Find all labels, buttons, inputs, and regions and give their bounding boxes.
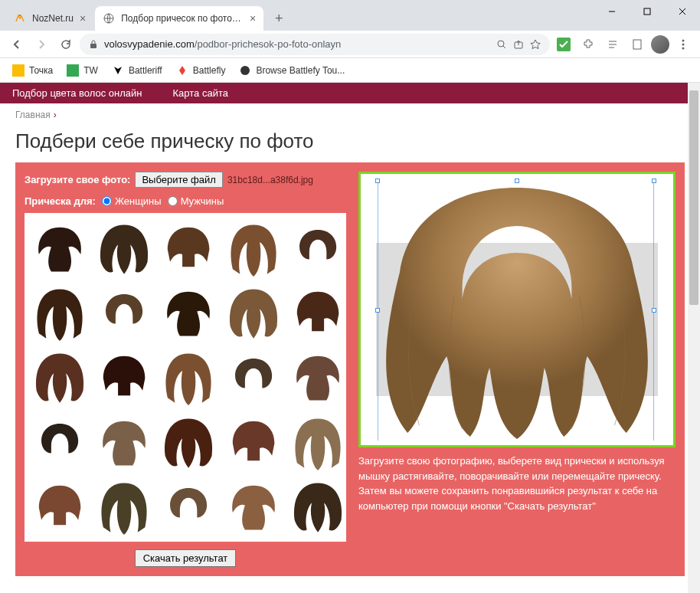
page-content: Подбор цвета волос онлайн Карта сайта Гл… bbox=[0, 83, 700, 593]
svg-rect-3 bbox=[644, 8, 650, 15]
svg-rect-14 bbox=[633, 40, 641, 49]
lock-icon bbox=[89, 40, 98, 49]
tab-title: Подбор причесок по фото онла bbox=[121, 13, 244, 24]
hairstyle-option[interactable] bbox=[287, 282, 346, 343]
bookmark-tochka[interactable]: Точка bbox=[6, 61, 59, 80]
hairstyle-option[interactable] bbox=[29, 476, 90, 537]
preview-canvas[interactable] bbox=[358, 172, 675, 447]
bookmark-battlefy[interactable]: Browse Battlefy Tou... bbox=[233, 61, 351, 80]
url-text: volosvypadenie.com/podbor-prichesok-po-f… bbox=[104, 38, 490, 50]
svg-rect-19 bbox=[67, 64, 79, 77]
back-button[interactable] bbox=[6, 34, 28, 55]
bookmark-battlefly[interactable]: Battlefly bbox=[170, 61, 232, 80]
svg-point-15 bbox=[682, 39, 685, 41]
url-input[interactable]: volosvypadenie.com/podbor-prichesok-po-f… bbox=[80, 34, 550, 55]
hairstyle-option[interactable] bbox=[287, 476, 346, 537]
profile-avatar[interactable] bbox=[651, 35, 669, 54]
hairstyle-option[interactable] bbox=[158, 346, 219, 408]
hairstyle-option[interactable] bbox=[29, 346, 90, 408]
file-select-button[interactable]: Выберите файл bbox=[135, 172, 222, 188]
hairstyle-option[interactable] bbox=[287, 346, 346, 408]
noznet-favicon bbox=[14, 12, 26, 25]
svg-point-16 bbox=[682, 43, 685, 45]
globe-icon bbox=[103, 12, 115, 25]
hairstyle-option[interactable] bbox=[93, 411, 155, 473]
forward-button[interactable] bbox=[31, 34, 52, 55]
hairstyle-option[interactable] bbox=[158, 282, 219, 343]
gender-male-radio[interactable] bbox=[168, 196, 178, 206]
hairstyle-option[interactable] bbox=[287, 218, 346, 279]
browser-toolbar: volosvypadenie.com/podbor-prichesok-po-f… bbox=[0, 31, 700, 58]
svg-rect-18 bbox=[12, 64, 25, 77]
hairstyle-option[interactable] bbox=[287, 411, 346, 473]
ext-list-icon[interactable] bbox=[604, 35, 622, 54]
instructions-text: Загрузите свою фотографию, выберете вид … bbox=[358, 454, 675, 513]
resize-handle[interactable] bbox=[515, 179, 519, 183]
right-column: Загрузите свою фотографию, выберете вид … bbox=[358, 172, 675, 567]
upload-label: Загрузите свое фото: bbox=[25, 174, 130, 185]
hairstyle-option[interactable] bbox=[223, 282, 284, 343]
hairstyle-option[interactable] bbox=[29, 282, 90, 343]
bookmark-tw[interactable]: TW bbox=[61, 61, 104, 80]
breadcrumb-home[interactable]: Главная bbox=[15, 110, 51, 120]
tab-close-icon[interactable]: × bbox=[250, 12, 256, 25]
hairstyle-option[interactable] bbox=[223, 346, 284, 408]
menu-button[interactable] bbox=[672, 34, 694, 55]
page-scrollbar[interactable] bbox=[688, 83, 700, 593]
tab-active[interactable]: Подбор причесок по фото онла × bbox=[95, 6, 263, 31]
bookmark-icon[interactable] bbox=[530, 39, 541, 50]
reload-button[interactable] bbox=[55, 34, 77, 55]
browser-titlebar: NozNet.ru × Подбор причесок по фото онла… bbox=[0, 0, 700, 31]
extensions-icon[interactable] bbox=[579, 35, 597, 54]
gender-female-radio[interactable] bbox=[102, 196, 112, 206]
svg-point-20 bbox=[240, 66, 250, 75]
hairstyle-option[interactable] bbox=[29, 411, 90, 473]
hairstyle-option[interactable] bbox=[93, 282, 155, 343]
ext-note-icon[interactable] bbox=[628, 35, 646, 54]
hairstyle-option[interactable] bbox=[93, 218, 155, 279]
bookmark-battleriff[interactable]: Battleriff bbox=[106, 61, 168, 80]
hairstyle-option[interactable] bbox=[93, 346, 155, 408]
tab-noznet[interactable]: NozNet.ru × bbox=[6, 6, 93, 31]
hairstyle-grid[interactable] bbox=[25, 213, 346, 542]
hairstyle-option[interactable] bbox=[158, 218, 219, 279]
hairstyle-option[interactable] bbox=[158, 476, 219, 537]
gender-male-label[interactable]: Мужчины bbox=[181, 195, 224, 207]
svg-line-8 bbox=[503, 46, 505, 48]
ext-checkmark-icon[interactable] bbox=[554, 35, 573, 54]
hairstyle-option[interactable] bbox=[223, 218, 284, 279]
download-button[interactable]: Скачать результат bbox=[135, 549, 237, 567]
nav-link[interactable]: Подбор цвета волос онлайн bbox=[12, 87, 142, 99]
svg-point-7 bbox=[498, 41, 504, 47]
left-column: Загрузите свое фото: Выберите файл 31bc1… bbox=[25, 172, 346, 567]
site-navigation: Подбор цвета волос онлайн Карта сайта bbox=[0, 83, 700, 103]
nav-link[interactable]: Карта сайта bbox=[173, 87, 228, 99]
hairstyle-option[interactable] bbox=[93, 476, 155, 537]
tab-close-icon[interactable]: × bbox=[80, 12, 86, 25]
hairstyle-option[interactable] bbox=[29, 218, 90, 279]
hairstyle-option[interactable] bbox=[158, 411, 219, 473]
minimize-button[interactable] bbox=[594, 0, 630, 23]
tab-title: NozNet.ru bbox=[32, 13, 74, 24]
gender-row: Прическа для: Женщины Мужчины bbox=[25, 195, 346, 207]
main-panel: Загрузите свое фото: Выберите файл 31bc1… bbox=[15, 162, 685, 576]
breadcrumb: Главная› bbox=[0, 103, 700, 123]
share-icon[interactable] bbox=[513, 39, 524, 50]
scrollbar-thumb[interactable] bbox=[689, 90, 698, 305]
resize-handle[interactable] bbox=[375, 179, 380, 183]
resize-handle[interactable] bbox=[652, 308, 656, 313]
svg-point-0 bbox=[19, 15, 21, 16]
zoom-icon[interactable] bbox=[496, 39, 507, 50]
resize-handle[interactable] bbox=[652, 179, 656, 183]
bookmarks-bar: Точка TW Battleriff Battlefly Browse Bat… bbox=[0, 58, 700, 83]
filename-text: 31bc18d...a38f6d.jpg bbox=[227, 175, 313, 185]
maximize-button[interactable] bbox=[630, 0, 665, 23]
gender-label: Прическа для: bbox=[25, 195, 96, 207]
gender-female-label[interactable]: Женщины bbox=[115, 195, 162, 207]
close-window-button[interactable] bbox=[665, 0, 700, 23]
new-tab-button[interactable]: + bbox=[268, 8, 289, 29]
hairstyle-option[interactable] bbox=[223, 476, 284, 537]
hairstyle-option[interactable] bbox=[223, 411, 284, 473]
resize-handle[interactable] bbox=[375, 308, 380, 313]
hair-overlay[interactable] bbox=[361, 180, 673, 441]
